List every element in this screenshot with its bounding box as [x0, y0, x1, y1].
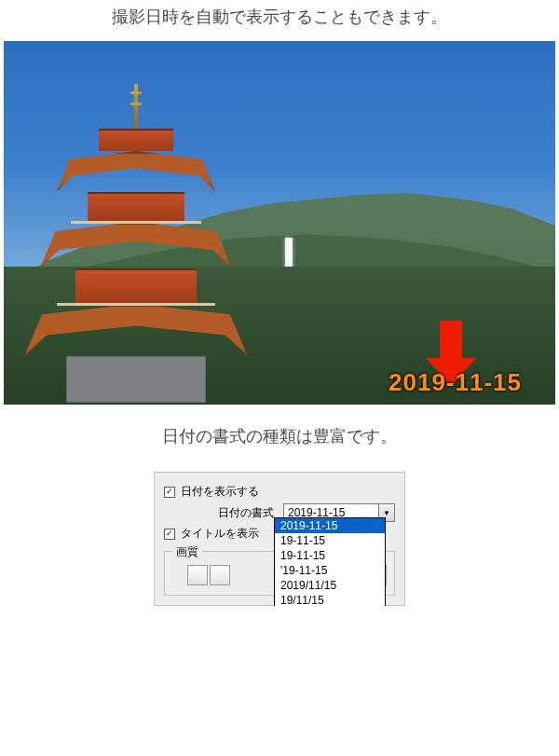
date-format-option[interactable]: 19-11-15	[275, 548, 385, 563]
pagoda-body-1	[75, 268, 197, 304]
pagoda-rail-1	[57, 303, 215, 306]
caption-top: 撮影日時を自動で表示することもできます。	[0, 0, 559, 41]
date-format-option[interactable]: '19-11-15	[275, 563, 385, 578]
show-title-checkbox[interactable]: ✓	[164, 529, 175, 540]
show-date-label: 日付を表示する	[181, 484, 259, 500]
date-format-option[interactable]: 2019/11/15	[275, 578, 385, 593]
pagoda-rail-2	[71, 221, 201, 224]
quality-tool-button-2[interactable]	[210, 565, 230, 585]
date-format-dropdown[interactable]: 2019-11-1519-11-1519-11-15'19-11-152019/…	[274, 517, 386, 606]
pagoda-roof-3	[57, 151, 215, 192]
quality-tool-button-1[interactable]	[187, 565, 208, 585]
pagoda-finial	[134, 84, 138, 129]
caption-mid: 日付の書式の種類は豊富です。	[0, 405, 559, 460]
pagoda-body-2	[88, 192, 184, 222]
pagoda-base	[66, 356, 206, 403]
date-format-option[interactable]: 19-11-15	[275, 533, 385, 548]
pagoda-roof-1	[24, 304, 248, 356]
date-format-label: 日付の書式	[218, 505, 278, 521]
show-title-label: タイトルを表示	[181, 526, 259, 542]
show-date-checkbox[interactable]: ✓	[164, 487, 175, 498]
date-format-option[interactable]: 2019-11-15	[275, 518, 385, 533]
settings-panel: ✓ 日付を表示する 日付の書式 2019-11-15 ▼ ✓ タイトルを表示 画…	[154, 472, 405, 606]
date-stamp: 2019-11-15	[389, 368, 522, 397]
date-format-option[interactable]: 19/11/15	[275, 593, 385, 606]
pagoda-roof-2	[40, 222, 232, 268]
quality-group-label: 画質	[172, 544, 202, 560]
pagoda-body-3	[99, 129, 173, 151]
pagoda	[24, 86, 248, 403]
sample-photo: 2019-11-15	[4, 41, 555, 405]
